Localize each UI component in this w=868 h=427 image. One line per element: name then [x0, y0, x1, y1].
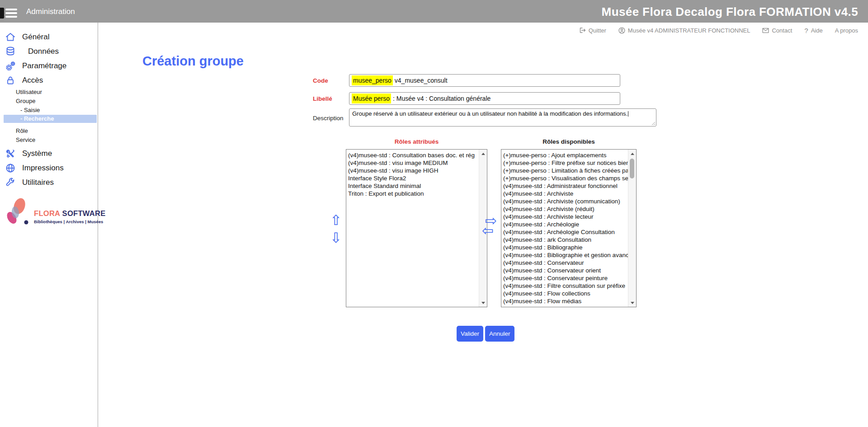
role-option[interactable]: (v4)musee-std : Flow collections — [503, 290, 628, 297]
sidebar-item-acces[interactable]: Accès — [0, 73, 98, 88]
text-cursor — [628, 111, 628, 117]
sidebar-item-utilisateur[interactable]: Utilisateur — [0, 88, 98, 97]
hamburger-menu-icon[interactable] — [5, 9, 17, 19]
wrench-icon — [5, 177, 16, 188]
role-option[interactable]: (v4)musee-std : Bibliographie et gestion… — [503, 251, 628, 259]
quitter-link[interactable]: Quitter — [579, 27, 606, 34]
role-option[interactable]: (v4)musee-std : Archéologie — [503, 221, 628, 228]
scrollbar-thumb[interactable] — [630, 159, 634, 178]
section-title: Administration — [26, 7, 75, 16]
roles-disponibles-listbox[interactable]: (+)musee-perso : Ajout emplacements(+)mu… — [501, 149, 637, 307]
sidebar-item-groupe[interactable]: Groupe — [0, 97, 98, 106]
exit-icon — [579, 27, 586, 33]
role-option[interactable]: (v4)musee-std : Archiviste — [503, 190, 628, 197]
header-links-bar: Quitter Musée v4 ADMINISTRATEUR FONCTION… — [99, 23, 868, 38]
envelope-icon — [762, 28, 769, 33]
sidebar-item-general[interactable]: Général — [0, 30, 98, 44]
roles-attribues-listbox[interactable]: (v4)musee-std : Consultation bases doc. … — [346, 149, 487, 307]
globe-icon — [5, 162, 16, 174]
aide-label: Aide — [811, 27, 823, 34]
user-account-link[interactable]: Musée v4 ADMINISTRATEUR FONCTIONNEL — [618, 27, 750, 34]
a-propos-label: A propos — [835, 27, 858, 34]
roles-attribues-items: (v4)musee-std : Consultation bases doc. … — [346, 150, 479, 307]
sidebar-item-recherche-selected[interactable]: - Recherche — [4, 115, 97, 123]
libelle-label: Libellé — [313, 95, 332, 102]
role-option[interactable]: (v4)musee-std : Consultation bases doc. … — [348, 151, 479, 159]
lock-icon — [5, 75, 16, 86]
role-option[interactable]: (v4)musee-std : Conservateur — [503, 259, 628, 267]
sidebar-item-role[interactable]: Rôle — [0, 127, 98, 136]
valider-button[interactable]: Valider — [457, 326, 483, 342]
role-option[interactable]: (v4)musee-std : Conservateur peinture — [503, 274, 628, 282]
sidebar-label: Accès — [22, 76, 43, 85]
quitter-label: Quitter — [589, 27, 606, 34]
role-option[interactable]: (v4)musee-std : Flow médias — [503, 297, 628, 305]
roles-disponibles-title: Rôles disponibles — [501, 138, 637, 145]
database-icon — [5, 46, 16, 57]
menu-edge-fragment — [0, 8, 4, 19]
sidebar-item-saisie[interactable]: - Saisie — [0, 106, 98, 115]
user-icon — [618, 27, 625, 34]
scroll-down-button[interactable] — [628, 299, 636, 306]
app-title: Musée Flora Decalog Flora FORMATION v4.5 — [602, 5, 858, 19]
move-left-arrow-button[interactable]: ⇦ — [482, 224, 494, 238]
aide-link[interactable]: ? Aide — [804, 27, 822, 34]
code-input[interactable]: musee_perso v4_musee_consult — [349, 74, 620, 87]
sidebar-item-parametrage[interactable]: Paramétrage — [0, 59, 98, 73]
sidebar-label: Général — [22, 33, 49, 42]
role-option[interactable]: (+)musee-perso : Filtre préfixe sur noti… — [503, 159, 628, 167]
role-option[interactable]: (v4)musee-std : Archiviste (réduit) — [503, 205, 628, 213]
resize-grip-icon[interactable] — [651, 122, 656, 126]
sidebar-item-utilitaires[interactable]: Utilitaires — [0, 175, 98, 190]
scroll-up-button[interactable] — [479, 150, 487, 157]
libelle-input[interactable]: Musée perso : Musée v4 : Consultation gé… — [349, 92, 620, 105]
libelle-highlighted-prefix: Musée perso — [352, 94, 391, 103]
scroll-down-button[interactable] — [479, 299, 487, 306]
role-option[interactable]: (v4)musee-std : Archiviste lecteur — [503, 213, 628, 221]
tools-icon — [5, 148, 16, 160]
roles-disponibles-items: (+)musee-perso : Ajout emplacements(+)mu… — [501, 150, 628, 307]
role-option[interactable]: (v4)musee-std : Archéologie Consultation — [503, 228, 628, 236]
sidebar-label: Utilitaires — [22, 178, 54, 187]
role-option[interactable]: Triton : Export et publication — [348, 190, 479, 197]
role-option[interactable]: (v4)musee-std : visu image MEDIUM — [348, 159, 479, 167]
brand-flora: FLORA — [34, 209, 60, 217]
move-down-arrow-button[interactable]: ⇩ — [330, 231, 342, 245]
description-value: Groupe réservé à un utilisateur extérieu… — [352, 110, 627, 117]
brand-tagline: Bibliothèques | Archives | Musées — [34, 219, 106, 224]
contact-link[interactable]: Contact — [762, 27, 792, 34]
role-option[interactable]: Interface Standard minimal — [348, 182, 479, 190]
role-option[interactable]: (v4)musee-std : Filtre consultation sur … — [503, 282, 628, 290]
a-propos-link[interactable]: A propos — [835, 27, 858, 34]
move-up-arrow-button[interactable]: ⇧ — [330, 213, 342, 227]
topbar: Administration Musée Flora Decalog Flora… — [0, 0, 868, 23]
sidebar-label: Impressions — [22, 164, 64, 173]
avail-scrollbar[interactable] — [628, 150, 636, 307]
role-option[interactable]: (v4)musee-std : Bibliographie — [503, 244, 628, 251]
flora-logo-text: FLORA SOFTWARE Bibliothèques | Archives … — [34, 209, 106, 224]
user-label: Musée v4 ADMINISTRATEUR FONCTIONNEL — [628, 27, 750, 34]
code-highlighted-prefix: musee_perso — [352, 75, 393, 85]
role-option[interactable]: (+)musee-perso : Ajout emplacements — [503, 151, 628, 159]
role-option[interactable]: (v4)musee-std : Flow périodiques — [503, 305, 628, 307]
annuler-button[interactable]: Annuler — [485, 326, 514, 342]
role-option[interactable]: (v4)musee-std : ark Consultation — [503, 236, 628, 244]
sidebar-item-systeme[interactable]: Système — [0, 146, 98, 161]
role-option[interactable]: Interface Style Flora2 — [348, 174, 479, 182]
sidebar-item-impressions[interactable]: Impressions — [0, 161, 98, 175]
role-option[interactable]: (v4)musee-std : Conservateur orient — [503, 267, 628, 274]
description-textarea[interactable]: Groupe réservé à un utilisateur extérieu… — [349, 108, 656, 127]
question-mark-icon: ? — [804, 27, 808, 34]
role-option[interactable]: (v4)musee-std : Archiviste (communicatio… — [503, 197, 628, 205]
sidebar-item-service[interactable]: Service — [0, 136, 98, 145]
role-option[interactable]: (v4)musee-std : Administrateur fonctionn… — [503, 182, 628, 190]
role-option[interactable]: (v4)musee-std : visu image HIGH — [348, 167, 479, 174]
libelle-value: : Musée v4 : Consultation générale — [393, 95, 491, 102]
role-option[interactable]: (+)musee-perso : Limitation à fiches cré… — [503, 167, 628, 174]
scroll-up-button[interactable] — [628, 150, 636, 157]
flora-logo-mark — [6, 197, 29, 225]
sidebar-item-donnees[interactable]: Données — [0, 44, 98, 59]
role-option[interactable]: (+)musee-perso : Visualisation des champ… — [503, 174, 628, 182]
code-label: Code — [313, 77, 328, 84]
sidebar-label: Système — [22, 149, 52, 158]
